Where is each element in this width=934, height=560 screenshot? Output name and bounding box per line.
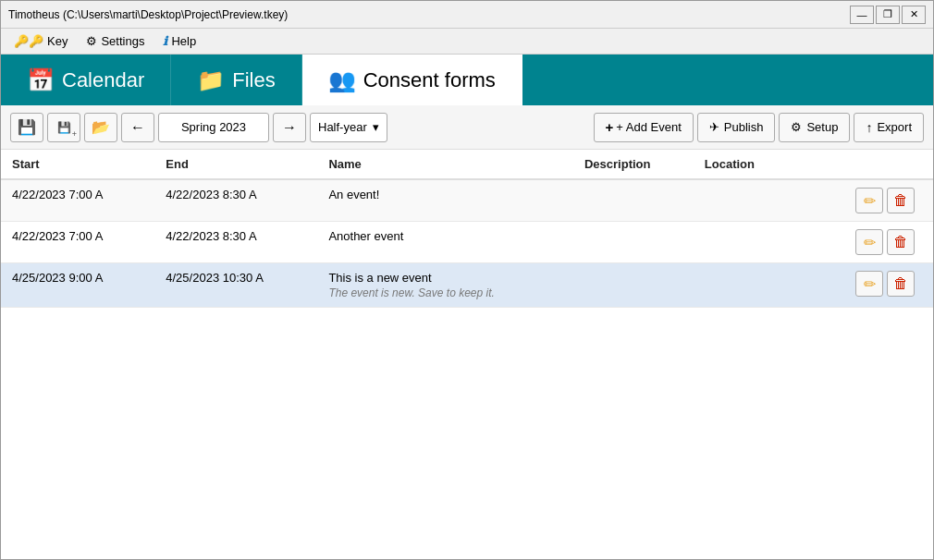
restore-button[interactable]: ❐ <box>876 6 900 24</box>
trash-icon: 🗑 <box>893 234 908 250</box>
edit-icon: ✏ <box>864 234 876 251</box>
delete-button[interactable]: 🗑 <box>887 271 915 297</box>
col-start: Start <box>1 150 154 179</box>
row-actions: ✏ 🗑 <box>855 271 922 297</box>
setup-button[interactable]: ⚙ Setup <box>779 113 850 142</box>
title-bar: Timotheus (C:\Users\marti\Desktop\Projec… <box>1 1 933 29</box>
delete-button[interactable]: 🗑 <box>887 188 915 213</box>
tab-files[interactable]: 📁 Files <box>171 55 301 105</box>
save-as-icon: 💾 <box>57 121 71 134</box>
tab-calendar[interactable]: 📅 Calendar <box>1 55 171 105</box>
edit-icon: ✏ <box>864 275 876 293</box>
halfyear-label: Half-year <box>318 120 367 134</box>
settings-icon: ⚙ <box>86 34 97 48</box>
cell-location <box>694 179 844 222</box>
period-input[interactable] <box>158 113 269 142</box>
window-title: Timotheus (C:\Users\marti\Desktop\Projec… <box>8 8 850 21</box>
open-button[interactable]: 📂 <box>84 113 117 142</box>
setup-label: Setup <box>806 120 838 134</box>
cell-location <box>694 263 844 308</box>
trash-icon: 🗑 <box>893 192 908 209</box>
cell-start: 4/25/2023 9:00 A <box>1 263 154 308</box>
save-as-button[interactable]: 💾+ <box>47 113 80 142</box>
cell-end: 4/25/2023 10:30 A <box>154 263 317 308</box>
menu-item-help[interactable]: ℹ Help <box>154 30 205 52</box>
edit-button[interactable]: ✏ <box>855 271 883 297</box>
save-icon: 💾 <box>18 118 36 136</box>
tab-consent-forms[interactable]: 👥 Consent forms <box>302 55 522 105</box>
cell-actions: ✏ 🗑 <box>844 263 933 308</box>
cell-name: This is a new eventThe event is new. Sav… <box>317 263 573 308</box>
add-icon: + <box>606 119 614 135</box>
save-button[interactable]: 💾 <box>10 113 43 142</box>
edit-icon: ✏ <box>864 192 876 210</box>
menu-item-settings[interactable]: ⚙ Settings <box>77 30 154 52</box>
cell-description <box>573 222 694 263</box>
cell-description <box>573 179 694 222</box>
files-icon: 📁 <box>197 67 225 93</box>
back-icon: ← <box>130 119 145 136</box>
cell-start: 4/22/2023 7:00 A <box>1 179 154 222</box>
cell-start: 4/22/2023 7:00 A <box>1 222 154 263</box>
cell-actions: ✏ 🗑 <box>844 222 933 263</box>
menu-item-key[interactable]: 🔑 Key <box>5 30 77 52</box>
col-end: End <box>154 150 317 179</box>
back-button[interactable]: ← <box>121 113 154 142</box>
publish-label: Publish <box>724 120 764 134</box>
forward-button[interactable]: → <box>273 113 306 142</box>
events-table: Start End Name Description Location 4/22… <box>1 150 933 308</box>
events-table-container: Start End Name Description Location 4/22… <box>1 150 933 559</box>
tab-files-label: Files <box>232 68 275 92</box>
export-button[interactable]: ↑ Export <box>854 113 924 142</box>
trash-icon: 🗑 <box>893 275 908 292</box>
tab-calendar-label: Calendar <box>62 68 144 92</box>
toolbar: 💾 💾+ 📂 ← → Half-year ▾ + + Add Event ✈ P… <box>1 105 933 150</box>
export-label: Export <box>877 120 912 134</box>
cell-location <box>694 222 844 263</box>
forward-icon: → <box>282 119 297 136</box>
main-window: Timotheus (C:\Users\marti\Desktop\Projec… <box>0 0 934 560</box>
cell-description <box>573 263 694 308</box>
menu-key-label: Key <box>47 34 68 48</box>
tab-consent-forms-label: Consent forms <box>363 68 496 92</box>
col-name: Name <box>317 150 573 179</box>
chevron-down-icon: ▾ <box>373 120 379 134</box>
publish-button[interactable]: ✈ Publish <box>697 113 776 142</box>
table-row: 4/22/2023 7:00 A 4/22/2023 8:30 A Anothe… <box>1 222 933 263</box>
halfyear-select[interactable]: Half-year ▾ <box>310 113 387 142</box>
cell-end: 4/22/2023 8:30 A <box>154 179 317 222</box>
key-icon: 🔑 <box>14 34 43 48</box>
export-icon: ↑ <box>866 120 872 135</box>
nav-tabs: 📅 Calendar 📁 Files 👥 Consent forms <box>1 55 933 105</box>
row-actions: ✏ 🗑 <box>855 229 922 255</box>
people-icon: 👥 <box>328 67 356 93</box>
add-event-button[interactable]: + + Add Event <box>594 113 694 142</box>
col-actions <box>844 150 933 179</box>
col-location: Location <box>694 150 844 179</box>
menu-help-label: Help <box>171 34 196 48</box>
table-row: 4/22/2023 7:00 A 4/22/2023 8:30 A An eve… <box>1 179 933 222</box>
col-description: Description <box>573 150 694 179</box>
menu-settings-label: Settings <box>101 34 144 48</box>
cell-end: 4/22/2023 8:30 A <box>154 222 317 263</box>
add-event-label: + Add Event <box>616 120 681 134</box>
edit-button[interactable]: ✏ <box>855 229 883 255</box>
open-icon: 📂 <box>92 118 110 136</box>
setup-icon: ⚙ <box>791 120 802 134</box>
table-header-row: Start End Name Description Location <box>1 150 933 179</box>
calendar-icon: 📅 <box>27 67 55 93</box>
cell-name: An event! <box>317 179 573 222</box>
edit-button[interactable]: ✏ <box>855 188 883 213</box>
minimize-button[interactable]: — <box>850 6 874 24</box>
table-row: 4/25/2023 9:00 A 4/25/2023 10:30 A This … <box>1 263 933 308</box>
close-button[interactable]: ✕ <box>902 6 926 24</box>
cell-name: Another event <box>317 222 573 263</box>
cell-actions: ✏ 🗑 <box>844 179 933 222</box>
delete-button[interactable]: 🗑 <box>887 229 915 255</box>
help-icon: ℹ <box>163 34 167 48</box>
publish-icon: ✈ <box>709 120 719 134</box>
window-controls: — ❐ ✕ <box>850 6 926 24</box>
row-actions: ✏ 🗑 <box>855 188 922 213</box>
menu-bar: 🔑 Key ⚙ Settings ℹ Help <box>1 29 933 55</box>
